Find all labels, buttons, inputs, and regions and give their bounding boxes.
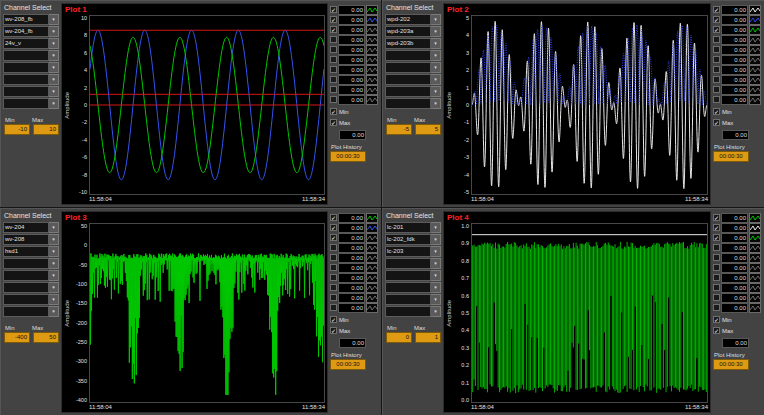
legend-checkbox[interactable] (330, 66, 337, 73)
channel-dropdown[interactable]: ▾ (3, 282, 59, 293)
chevron-down-icon[interactable]: ▾ (49, 234, 59, 245)
legend-plot-swatch[interactable] (749, 223, 761, 233)
chevron-down-icon[interactable]: ▾ (49, 246, 59, 257)
legend-plot-swatch[interactable] (366, 5, 378, 15)
chevron-down-icon[interactable]: ▾ (431, 270, 441, 281)
legend-checkbox[interactable] (330, 86, 337, 93)
channel-dropdown[interactable]: ▾ (3, 270, 59, 281)
chevron-down-icon[interactable]: ▾ (431, 246, 441, 257)
legend-plot-swatch[interactable] (366, 293, 378, 303)
legend-checkbox[interactable]: ✓ (713, 224, 720, 231)
legend-checkbox[interactable] (713, 46, 720, 53)
plot-canvas[interactable] (471, 223, 708, 403)
legend-checkbox[interactable] (713, 36, 720, 43)
chevron-down-icon[interactable]: ▾ (431, 234, 441, 245)
legend-checkbox[interactable] (330, 96, 337, 103)
channel-dropdown[interactable]: ▾ (3, 74, 59, 85)
legend-plot-swatch[interactable] (749, 263, 761, 273)
legend-checkbox[interactable]: ✓ (330, 6, 337, 13)
channel-dropdown[interactable]: ▾ (385, 98, 441, 109)
channel-dropdown[interactable]: ▾ (385, 306, 441, 317)
legend-plot-swatch[interactable] (366, 243, 378, 253)
max-input[interactable]: 5 (415, 124, 441, 135)
legend-checkbox[interactable] (330, 46, 337, 53)
channel-dropdown[interactable]: wv-204▾ (3, 222, 59, 233)
channel-dropdown[interactable]: ▾ (3, 50, 59, 61)
chevron-down-icon[interactable]: ▾ (49, 26, 59, 37)
plot-history-input[interactable]: 00:00:30 (330, 151, 366, 162)
channel-dropdown[interactable]: wv-208▾ (3, 234, 59, 245)
legend-plot-swatch[interactable] (366, 213, 378, 223)
legend-checkbox[interactable] (713, 254, 720, 261)
channel-dropdown[interactable]: wpd-203b▾ (385, 38, 441, 49)
chevron-down-icon[interactable]: ▾ (431, 222, 441, 233)
legend-plot-swatch[interactable] (749, 35, 761, 45)
legend-plot-swatch[interactable] (749, 283, 761, 293)
legend-plot-swatch[interactable] (749, 233, 761, 243)
legend-plot-swatch[interactable] (749, 25, 761, 35)
legend-checkbox[interactable]: ✓ (330, 214, 337, 221)
legend-checkbox[interactable] (713, 56, 720, 63)
legend-plot-swatch[interactable] (366, 15, 378, 25)
channel-dropdown[interactable]: lc-203▾ (385, 246, 441, 257)
legend-checkbox[interactable]: ✓ (713, 214, 720, 221)
chevron-down-icon[interactable]: ▾ (431, 306, 441, 317)
legend-checkbox[interactable] (330, 244, 337, 251)
channel-dropdown[interactable]: ▾ (385, 50, 441, 61)
legend-checkbox[interactable] (713, 284, 720, 291)
channel-dropdown[interactable]: wv-208_fb▾ (3, 14, 59, 25)
legend-plot-swatch[interactable] (749, 95, 761, 105)
channel-dropdown[interactable]: ▾ (385, 74, 441, 85)
legend-plot-swatch[interactable] (366, 253, 378, 263)
legend-checkbox[interactable] (330, 36, 337, 43)
channel-dropdown[interactable]: ▾ (3, 306, 59, 317)
legend-plot-swatch[interactable] (366, 75, 378, 85)
chevron-down-icon[interactable]: ▾ (49, 258, 59, 269)
channel-dropdown[interactable]: ▾ (385, 294, 441, 305)
legend-plot-swatch[interactable] (366, 45, 378, 55)
channel-dropdown[interactable]: ▾ (3, 258, 59, 269)
max-input[interactable]: 50 (33, 332, 59, 343)
legend-plot-swatch[interactable] (366, 233, 378, 243)
min-checkbox[interactable]: ✓ (713, 316, 720, 323)
legend-plot-swatch[interactable] (366, 35, 378, 45)
channel-dropdown[interactable]: wpd-202▾ (385, 14, 441, 25)
legend-checkbox[interactable] (330, 264, 337, 271)
legend-checkbox[interactable] (330, 274, 337, 281)
legend-plot-swatch[interactable] (749, 15, 761, 25)
chevron-down-icon[interactable]: ▾ (49, 294, 59, 305)
legend-checkbox[interactable]: ✓ (713, 26, 720, 33)
plot-canvas[interactable] (89, 223, 325, 403)
legend-checkbox[interactable]: ✓ (330, 16, 337, 23)
chevron-down-icon[interactable]: ▾ (431, 258, 441, 269)
legend-plot-swatch[interactable] (366, 273, 378, 283)
channel-dropdown[interactable]: wv-204_fb▾ (3, 26, 59, 37)
legend-plot-swatch[interactable] (366, 85, 378, 95)
chevron-down-icon[interactable]: ▾ (431, 294, 441, 305)
legend-checkbox[interactable] (713, 304, 720, 311)
plot-canvas[interactable] (471, 15, 708, 195)
chevron-down-icon[interactable]: ▾ (49, 222, 59, 233)
min-input[interactable]: -10 (4, 124, 30, 135)
chevron-down-icon[interactable]: ▾ (49, 62, 59, 73)
legend-checkbox[interactable]: ✓ (330, 224, 337, 231)
legend-plot-swatch[interactable] (749, 293, 761, 303)
channel-dropdown[interactable]: ▾ (385, 258, 441, 269)
legend-plot-swatch[interactable] (366, 283, 378, 293)
legend-plot-swatch[interactable] (749, 85, 761, 95)
legend-checkbox[interactable] (713, 86, 720, 93)
legend-checkbox[interactable] (713, 244, 720, 251)
legend-plot-swatch[interactable] (366, 25, 378, 35)
channel-dropdown[interactable]: ▾ (3, 62, 59, 73)
channel-dropdown[interactable]: 24v_v▾ (3, 38, 59, 49)
chevron-down-icon[interactable]: ▾ (49, 14, 59, 25)
chevron-down-icon[interactable]: ▾ (431, 282, 441, 293)
chevron-down-icon[interactable]: ▾ (431, 74, 441, 85)
chevron-down-icon[interactable]: ▾ (49, 38, 59, 49)
channel-dropdown[interactable]: lc-201▾ (385, 222, 441, 233)
plot-history-input[interactable]: 00:00:30 (713, 359, 749, 370)
min-input[interactable]: -400 (4, 332, 30, 343)
chevron-down-icon[interactable]: ▾ (431, 38, 441, 49)
channel-dropdown[interactable]: ▾ (3, 98, 59, 109)
legend-plot-swatch[interactable] (366, 65, 378, 75)
